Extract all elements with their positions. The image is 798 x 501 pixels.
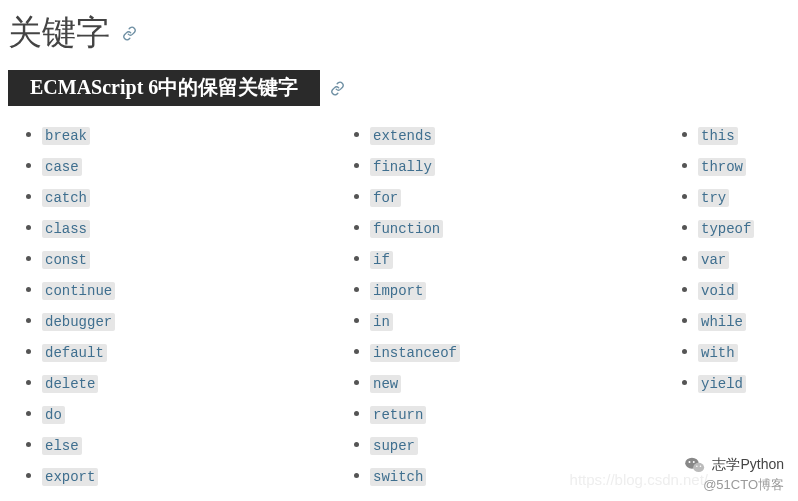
list-item: typeof xyxy=(698,213,754,244)
list-item: extends xyxy=(370,120,678,151)
keyword-link[interactable]: new xyxy=(370,375,401,393)
list-item: for xyxy=(370,182,678,213)
page-title-text: 关键字 xyxy=(8,10,110,56)
keyword-columns: breakcasecatchclassconstcontinuedebugger… xyxy=(8,120,790,492)
anchor-icon[interactable] xyxy=(330,81,345,96)
keyword-column-1: breakcasecatchclassconstcontinuedebugger… xyxy=(22,120,350,492)
section-heading: ECMAScript 6中的保留关键字 xyxy=(8,70,790,106)
keyword-link[interactable]: do xyxy=(42,406,65,424)
keyword-link[interactable]: delete xyxy=(42,375,98,393)
keyword-link[interactable]: function xyxy=(370,220,443,238)
list-item: else xyxy=(42,430,350,461)
keyword-link[interactable]: const xyxy=(42,251,90,269)
list-item: case xyxy=(42,151,350,182)
keyword-link[interactable]: continue xyxy=(42,282,115,300)
svg-point-1 xyxy=(694,463,705,472)
keyword-link[interactable]: catch xyxy=(42,189,90,207)
keyword-link[interactable]: instanceof xyxy=(370,344,460,362)
list-item: this xyxy=(698,120,754,151)
keyword-link[interactable]: else xyxy=(42,437,82,455)
svg-point-2 xyxy=(689,461,691,463)
list-item: throw xyxy=(698,151,754,182)
keyword-link[interactable]: for xyxy=(370,189,401,207)
keyword-link[interactable]: typeof xyxy=(698,220,754,238)
keyword-link[interactable]: if xyxy=(370,251,393,269)
list-item: catch xyxy=(42,182,350,213)
list-item: finally xyxy=(370,151,678,182)
keyword-list: breakcasecatchclassconstcontinuedebugger… xyxy=(22,120,350,492)
list-item: switch xyxy=(370,461,678,492)
keyword-link[interactable]: var xyxy=(698,251,729,269)
keyword-list: thisthrowtrytypeofvarvoidwhilewithyield xyxy=(678,120,754,399)
keyword-link[interactable]: yield xyxy=(698,375,746,393)
svg-point-3 xyxy=(693,461,695,463)
svg-point-5 xyxy=(700,465,702,467)
wechat-icon xyxy=(684,454,706,476)
keyword-link[interactable]: switch xyxy=(370,468,426,486)
anchor-icon[interactable] xyxy=(122,26,137,41)
list-item: try xyxy=(698,182,754,213)
list-item: default xyxy=(42,337,350,368)
list-item: super xyxy=(370,430,678,461)
list-item: in xyxy=(370,306,678,337)
keyword-link[interactable]: default xyxy=(42,344,107,362)
keyword-link[interactable]: export xyxy=(42,468,98,486)
list-item: import xyxy=(370,275,678,306)
list-item: class xyxy=(42,213,350,244)
keyword-link[interactable]: extends xyxy=(370,127,435,145)
list-item: yield xyxy=(698,368,754,399)
list-item: const xyxy=(42,244,350,275)
list-item: while xyxy=(698,306,754,337)
list-item: return xyxy=(370,399,678,430)
page-title: 关键字 xyxy=(8,10,790,56)
keyword-link[interactable]: throw xyxy=(698,158,746,176)
list-item: instanceof xyxy=(370,337,678,368)
brand-watermark: 志学Python xyxy=(684,454,784,476)
list-item: function xyxy=(370,213,678,244)
list-item: continue xyxy=(42,275,350,306)
list-item: delete xyxy=(42,368,350,399)
list-item: debugger xyxy=(42,306,350,337)
section-title-text: ECMAScript 6中的保留关键字 xyxy=(30,76,298,98)
list-item: var xyxy=(698,244,754,275)
keyword-link[interactable]: class xyxy=(42,220,90,238)
keyword-link[interactable]: in xyxy=(370,313,393,331)
list-item: if xyxy=(370,244,678,275)
sub-watermark: @51CTO博客 xyxy=(703,476,784,494)
keyword-link[interactable]: case xyxy=(42,158,82,176)
keyword-link[interactable]: while xyxy=(698,313,746,331)
keyword-link[interactable]: break xyxy=(42,127,90,145)
keyword-link[interactable]: with xyxy=(698,344,738,362)
keyword-link[interactable]: import xyxy=(370,282,426,300)
list-item: export xyxy=(42,461,350,492)
list-item: break xyxy=(42,120,350,151)
list-item: with xyxy=(698,337,754,368)
keyword-link[interactable]: debugger xyxy=(42,313,115,331)
list-item: void xyxy=(698,275,754,306)
keyword-link[interactable]: return xyxy=(370,406,426,424)
keyword-link[interactable]: try xyxy=(698,189,729,207)
keyword-column-2: extendsfinallyforfunctionifimportininsta… xyxy=(350,120,678,492)
keyword-link[interactable]: super xyxy=(370,437,418,455)
list-item: do xyxy=(42,399,350,430)
keyword-link[interactable]: this xyxy=(698,127,738,145)
keyword-link[interactable]: finally xyxy=(370,158,435,176)
section-title-box: ECMAScript 6中的保留关键字 xyxy=(8,70,320,106)
keyword-column-3: thisthrowtrytypeofvarvoidwhilewithyield xyxy=(678,120,754,492)
keyword-link[interactable]: void xyxy=(698,282,738,300)
svg-point-4 xyxy=(696,465,698,467)
brand-text: 志学Python xyxy=(712,456,784,474)
keyword-list: extendsfinallyforfunctionifimportininsta… xyxy=(350,120,678,492)
list-item: new xyxy=(370,368,678,399)
